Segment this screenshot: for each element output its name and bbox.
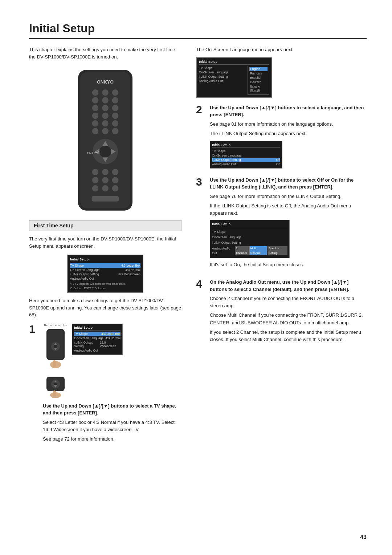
screen-mockup-1: Initial Setup TV Shape4:3 Letter Box On-… [67, 255, 143, 293]
svg-point-34 [112, 177, 119, 183]
analog-audio-screen: Initial Setup TV Shape On-Screen Languag… [210, 220, 290, 258]
language-screen: Initial Setup TV Shape On-Screen Languag… [196, 57, 272, 98]
svg-point-13 [102, 113, 109, 119]
svg-text:ONKYO: ONKYO [97, 80, 114, 85]
svg-point-30 [102, 169, 109, 175]
step1-remote-thumb: Remote controller [43, 324, 68, 399]
step-4-number: 4 [196, 279, 205, 345]
svg-point-7 [102, 97, 109, 104]
svg-point-14 [112, 113, 119, 119]
svg-point-17 [112, 120, 119, 127]
svg-point-18 [92, 128, 99, 134]
step1-screen: Initial Setup TV Shape4:3 Letter Box On-… [72, 324, 123, 355]
page-number: 43 [360, 534, 367, 540]
first-time-text2: Here you need to make a few settings to … [29, 297, 181, 319]
ilink-screen: Initial Setup TV Shape On-Screen Languag… [210, 141, 282, 169]
svg-text:ENTER: ENTER [87, 151, 98, 155]
step-4-section: 4 On the Analog Audio Out menu, use the … [196, 279, 367, 345]
svg-point-35 [92, 185, 99, 192]
step-1-body2: See page 72 for more information. [43, 436, 181, 443]
svg-point-6 [92, 97, 99, 104]
svg-point-15 [92, 120, 99, 127]
right-intro-text: The On-Screen Language menu appears next… [196, 46, 367, 53]
step-2-section: 2 Use the Up and Down [▲]/[▼] buttons to… [196, 104, 367, 169]
svg-point-8 [112, 97, 119, 104]
step-3-number: 3 [196, 177, 205, 271]
svg-point-12 [92, 113, 99, 119]
step-3-body3: If it's set to On, the Initial Setup men… [210, 261, 367, 268]
step-4-body3: If you select 2 Channel, the setup is co… [210, 329, 367, 343]
svg-point-11 [112, 105, 119, 112]
step-3-body1: See page 76 for more information on the … [210, 193, 367, 200]
svg-point-32 [92, 177, 99, 183]
step-2-number: 2 [196, 104, 205, 169]
step-1-section: 1 Remote controller [29, 324, 181, 445]
svg-rect-54 [53, 390, 56, 397]
first-time-setup-heading: First Time Setup [29, 220, 181, 231]
svg-point-10 [102, 105, 109, 112]
intro-text: This chapter explains the settings you n… [29, 46, 181, 60]
svg-point-5 [112, 89, 119, 96]
step-3-title: Use the Up and Down [▲]/[▼] buttons to s… [210, 177, 367, 191]
step-2-body1: See page 81 for more information on the … [210, 121, 367, 128]
svg-point-36 [102, 185, 109, 192]
svg-rect-38 [92, 196, 119, 202]
step-3-section: 3 Use the Up and Down [▲]/[▼] buttons to… [196, 177, 367, 271]
step-4-title: On the Analog Audio Out menu, use the Up… [210, 279, 367, 293]
page-title: Initial Setup [29, 22, 367, 39]
svg-point-29 [92, 169, 99, 175]
step-4-body1: Choose 2 Channel if you're connecting th… [210, 295, 367, 309]
svg-point-4 [102, 89, 109, 96]
svg-point-42 [54, 345, 57, 348]
svg-point-16 [102, 120, 109, 127]
remote-image: ONKYO [29, 68, 181, 213]
svg-point-20 [112, 128, 119, 134]
step-4-body2: Choose Multi Channel if you're connectin… [210, 312, 367, 326]
svg-point-19 [102, 128, 109, 134]
step-1-body1: Select 4:3 Letter box or 4:3 Normal if y… [43, 419, 181, 433]
svg-point-31 [112, 169, 119, 175]
first-time-text: The very first time you turn on the DV-S… [29, 235, 181, 250]
svg-point-33 [102, 177, 109, 183]
svg-point-3 [92, 89, 99, 96]
step-2-title: Use the Up and Down [▲]/[▼] buttons to s… [210, 104, 367, 118]
step-3-body2: If the i.LINK Output Setting is set to O… [210, 202, 367, 217]
step-2-body2: The i.LINK Output Setting menu appears n… [210, 130, 367, 137]
svg-point-9 [92, 105, 99, 112]
svg-rect-46 [53, 360, 56, 367]
step-1-number: 1 [29, 324, 38, 445]
svg-point-37 [112, 185, 119, 192]
svg-point-50 [54, 382, 57, 386]
svg-point-22 [99, 146, 111, 158]
step-1-title: Use the Up and Down [▲]/[▼] buttons to s… [43, 402, 181, 417]
